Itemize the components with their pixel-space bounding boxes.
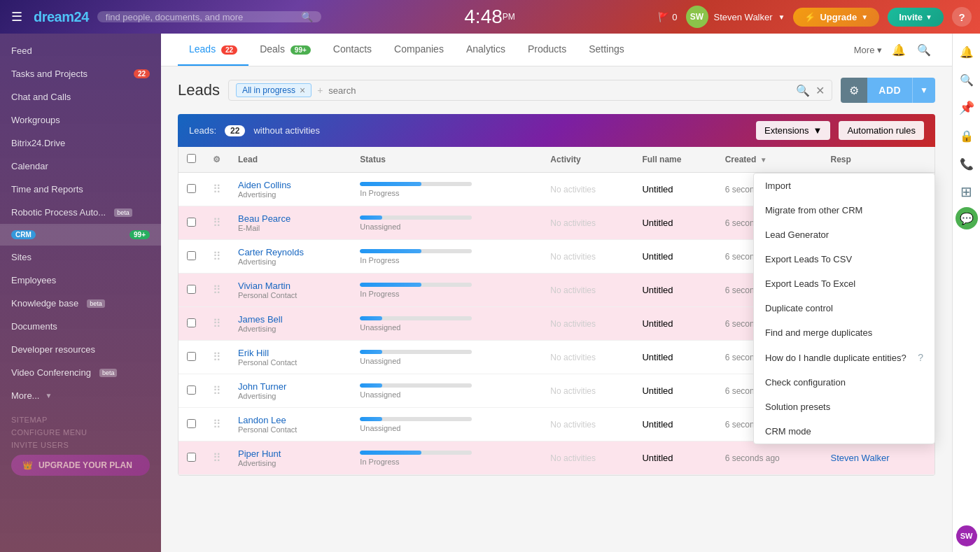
sidebar-item-robotic[interactable]: Robotic Process Auto... beta <box>0 201 161 224</box>
drag-handle-icon[interactable]: ⠿ <box>213 418 221 430</box>
upgrade-button[interactable]: ⚡ Upgrade ▼ <box>793 8 879 27</box>
drag-handle-icon[interactable]: ⠿ <box>213 351 221 363</box>
right-icon-search[interactable]: 🔍 <box>954 67 979 92</box>
drag-handle-icon[interactable]: ⠿ <box>213 452 221 464</box>
right-icon-pin[interactable]: 📌 <box>954 95 979 120</box>
user-menu[interactable]: SW Steven Walker ▼ <box>686 6 785 28</box>
sidebar-item-feed[interactable]: Feed <box>0 39 161 62</box>
drag-handle-icon[interactable]: ⠿ <box>213 284 221 296</box>
flag-button[interactable]: 🚩 0 <box>658 12 677 22</box>
upgrade-plan-button[interactable]: 👑 UPGRADE YOUR PLAN <box>11 455 150 476</box>
lead-name-link[interactable]: Aiden Collins <box>238 180 343 190</box>
sidebar-item-time-reports[interactable]: Time and Reports <box>0 178 161 201</box>
lead-name-link[interactable]: Beau Pearce <box>238 213 343 224</box>
filter-close-icon[interactable]: ✕ <box>816 84 825 97</box>
row-checkbox[interactable] <box>187 251 196 260</box>
help-button[interactable]: ? <box>952 7 972 27</box>
leads-search-input[interactable] <box>328 85 790 96</box>
row-checkbox[interactable] <box>187 453 196 462</box>
row-checkbox[interactable] <box>187 184 196 193</box>
settings-icon-button[interactable]: ⚙ <box>841 78 867 103</box>
dropdown-item-duplicate-control[interactable]: Duplicate control <box>754 296 934 320</box>
dropdown-item-how-duplicate[interactable]: How do I handle duplicate entities?? <box>754 345 934 370</box>
sidebar-item-workgroups[interactable]: Workgroups <box>0 108 161 132</box>
row-checkbox[interactable] <box>187 318 196 327</box>
tab-products[interactable]: Products <box>517 34 578 66</box>
drag-handle-icon[interactable]: ⠿ <box>213 217 221 229</box>
row-checkbox[interactable] <box>187 385 196 395</box>
drag-handle-icon[interactable]: ⠿ <box>213 250 221 262</box>
filter-search-icon[interactable]: 🔍 <box>796 84 810 97</box>
extensions-button[interactable]: Extensions ▼ <box>756 121 830 140</box>
dropdown-item-lead-gen[interactable]: Lead Generator <box>754 222 934 247</box>
add-dropdown-button[interactable]: ▼ <box>912 78 935 103</box>
select-all-checkbox[interactable] <box>187 154 196 163</box>
th-created[interactable]: Created ▼ <box>717 147 822 173</box>
dropdown-item-solution-presets[interactable]: Solution presets <box>754 395 934 419</box>
sitemap-link[interactable]: SITEMAP <box>11 416 150 424</box>
sidebar-item-crm[interactable]: CRM 99+ <box>0 224 161 246</box>
tab-contacts[interactable]: Contacts <box>322 34 383 66</box>
sidebar-item-employees[interactable]: Employees <box>0 269 161 292</box>
filter-bar[interactable]: All in progress × + 🔍 ✕ <box>228 80 832 101</box>
lead-name-link[interactable]: Erik Hill <box>238 348 343 358</box>
global-search-bar[interactable]: 🔍 <box>97 11 321 22</box>
dropdown-item-export-excel[interactable]: Export Leads To Excel <box>754 271 934 296</box>
row-checkbox[interactable] <box>187 352 196 361</box>
lead-name-link[interactable]: Carter Reynolds <box>238 247 343 257</box>
bottom-user-avatar[interactable]: SW <box>956 525 977 546</box>
row-checkbox[interactable] <box>187 218 196 227</box>
sidebar-item-calendar[interactable]: Calendar <box>0 155 161 178</box>
drag-handle-icon[interactable]: ⠿ <box>213 318 221 330</box>
right-icon-chat[interactable]: 💬 <box>955 207 978 229</box>
tab-analytics[interactable]: Analytics <box>455 34 517 66</box>
add-main-button[interactable]: ADD <box>867 78 912 103</box>
filter-tag-close[interactable]: × <box>300 85 305 95</box>
dropdown-item-check-config[interactable]: Check configuration <box>754 370 934 395</box>
sidebar-item-tasks[interactable]: Tasks and Projects 22 <box>0 62 161 85</box>
lead-name-link[interactable]: James Bell <box>238 314 343 325</box>
invite-users-link[interactable]: INVITE USERS <box>11 441 150 449</box>
tab-companies[interactable]: Companies <box>383 34 455 66</box>
row-checkbox[interactable] <box>187 285 196 294</box>
dropdown-item-import[interactable]: Import <box>754 174 934 198</box>
lead-name-link[interactable]: Landon Lee <box>238 415 343 425</box>
right-icon-grid[interactable]: ⊞ <box>954 179 979 204</box>
settings-th-icon[interactable]: ⚙ <box>213 155 220 164</box>
dropdown-item-find-merge[interactable]: Find and merge duplicates <box>754 320 934 345</box>
sidebar-item-chat[interactable]: Chat and Calls <box>0 85 161 108</box>
notification-icon[interactable]: 🔔 <box>888 38 910 61</box>
sidebar-item-video-conf[interactable]: Video Conferencing beta <box>0 361 161 384</box>
sidebar-item-knowledge[interactable]: Knowledge base beta <box>0 292 161 315</box>
lead-name-link[interactable]: John Turner <box>238 381 343 392</box>
tab-more[interactable]: More ▾ <box>854 35 882 65</box>
tab-leads[interactable]: Leads 22 <box>178 34 248 66</box>
row-checkbox[interactable] <box>187 419 196 428</box>
right-icon-lock[interactable]: 🔒 <box>954 123 979 148</box>
invite-button[interactable]: Invite ▼ <box>888 8 944 27</box>
tab-deals[interactable]: Deals 99+ <box>248 34 322 66</box>
sidebar-item-documents[interactable]: Documents <box>0 315 161 338</box>
sidebar-item-sites[interactable]: Sites <box>0 246 161 269</box>
hamburger-icon[interactable]: ☰ <box>8 6 25 27</box>
dropdown-item-crm-mode[interactable]: CRM mode <box>754 419 934 444</box>
search-top-icon[interactable]: 🔍 <box>913 38 935 61</box>
automation-rules-button[interactable]: Automation rules <box>839 121 924 140</box>
full-name-value: Untitled <box>642 352 673 362</box>
dropdown-item-migrate[interactable]: Migrate from other CRM <box>754 198 934 222</box>
sidebar-item-bitrix-drive[interactable]: Bitrix24.Drive <box>0 132 161 155</box>
right-icon-bell[interactable]: 🔔 <box>954 39 979 64</box>
lead-name-link[interactable]: Piper Hunt <box>238 448 343 459</box>
drag-handle-icon[interactable]: ⠿ <box>213 385 221 397</box>
configure-menu-link[interactable]: CONFIGURE MENU <box>11 428 150 437</box>
search-input[interactable] <box>106 12 295 22</box>
sidebar-item-developer[interactable]: Developer resources <box>0 338 161 361</box>
dropdown-item-export-csv[interactable]: Export Leads To CSV <box>754 247 934 271</box>
drag-handle-icon[interactable]: ⠿ <box>213 183 221 195</box>
filter-tag-in-progress[interactable]: All in progress × <box>236 83 312 97</box>
row-checkbox-cell <box>178 441 204 475</box>
sidebar-item-more[interactable]: More... ▼ <box>0 384 161 407</box>
right-icon-phone[interactable]: 📞 <box>954 151 979 176</box>
lead-name-link[interactable]: Vivian Martin <box>238 281 343 291</box>
tab-settings[interactable]: Settings <box>578 34 636 66</box>
